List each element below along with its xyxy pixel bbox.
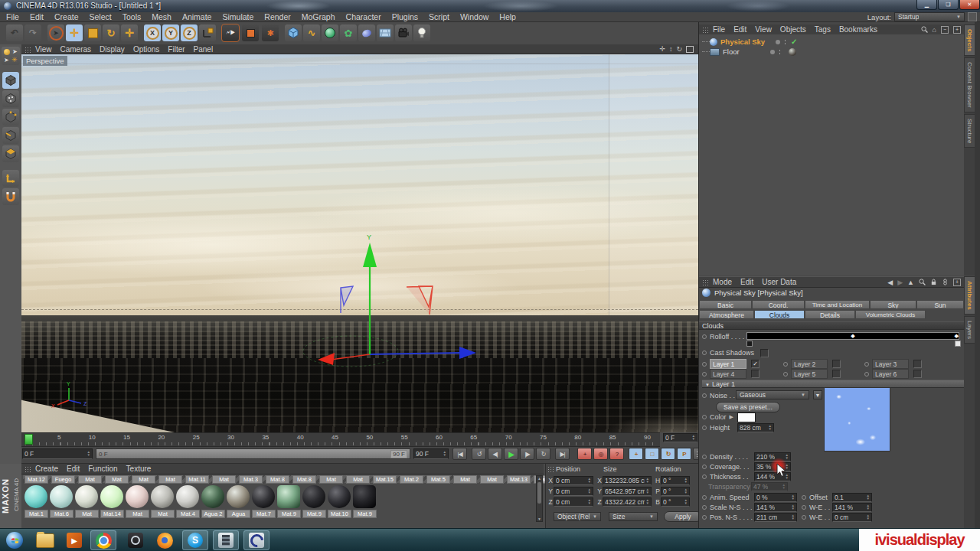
material-preview-sphere[interactable]: [126, 485, 149, 508]
rotation-field[interactable]: 0 °▲▼: [661, 476, 690, 485]
camera-view-label[interactable]: Perspective: [23, 56, 67, 66]
material-label[interactable]: Mat.4: [176, 510, 200, 518]
menu-help[interactable]: Help: [499, 12, 516, 21]
rotate-tool-button[interactable]: ↻: [103, 24, 119, 41]
material-label[interactable]: Mat.1: [24, 510, 48, 518]
coords-mode-dropdown[interactable]: Object (Rel)▼: [554, 512, 601, 521]
clouds-section-header[interactable]: Clouds: [699, 321, 964, 330]
convert-selection-cluster[interactable]: ➤ ➤ ✳: [2, 47, 20, 65]
rotate-view-icon[interactable]: ↻: [676, 45, 682, 53]
keyframe-selection-button[interactable]: ?: [609, 448, 624, 460]
goto-end-button[interactable]: ▶|: [555, 448, 570, 460]
material-label[interactable]: Mat: [126, 510, 149, 518]
y-axis-arrowhead[interactable]: [363, 243, 377, 267]
material-label[interactable]: Mat.10: [328, 510, 351, 518]
density-field[interactable]: 210 %▲▼: [754, 452, 791, 461]
position-field[interactable]: 0 cm▲▼: [554, 476, 593, 485]
material-label[interactable]: Mat.11: [185, 475, 209, 484]
thickness-field[interactable]: 144 %▲▼: [754, 472, 791, 481]
material-label[interactable]: Mat: [480, 475, 504, 484]
menu-window[interactable]: Window: [460, 12, 488, 21]
material-preview-sphere[interactable]: [24, 485, 47, 508]
pos-ns-field[interactable]: 211 cm▲▼: [754, 513, 797, 522]
taskbar-cinema4d[interactable]: [243, 530, 270, 550]
ruler-frame-field[interactable]: 0 F▲▼: [663, 433, 697, 442]
taskbar-steam[interactable]: [122, 530, 149, 550]
anim-dot-icon[interactable]: [702, 495, 707, 500]
material-item[interactable]: Mat.1: [23, 484, 48, 522]
vmenu-view[interactable]: View: [35, 45, 52, 54]
layer-chip[interactable]: Layer 3: [872, 359, 909, 369]
material-label[interactable]: Mat.8: [266, 475, 289, 484]
om-menu-objects[interactable]: Objects: [780, 25, 806, 34]
material-preview-sphere[interactable]: [75, 485, 98, 508]
timeline-ruler[interactable]: 051015202530354045505560657075808590: [21, 432, 660, 447]
add-spline-button[interactable]: ∿: [303, 24, 320, 41]
menu-character[interactable]: Character: [346, 12, 381, 21]
vmenu-filter[interactable]: Filter: [168, 45, 185, 54]
vmenu-panel[interactable]: Panel: [194, 45, 214, 54]
tab-layers[interactable]: Layers: [964, 316, 975, 344]
material-preview-sphere[interactable]: [176, 485, 199, 508]
material-label[interactable]: Mat.9: [302, 510, 326, 518]
undo-button[interactable]: ↶: [6, 24, 23, 41]
taskbar-explorer[interactable]: [32, 530, 58, 550]
layer-checkbox[interactable]: [751, 370, 760, 378]
link-icon[interactable]: [942, 279, 949, 285]
material-label[interactable]: Mat: [158, 475, 182, 484]
key-rotation-button[interactable]: ↻: [661, 448, 675, 460]
scale-ns-field[interactable]: 141 %▲▼: [754, 503, 797, 512]
mat-menu-function[interactable]: Function: [88, 465, 117, 473]
home-icon[interactable]: ⌂: [933, 26, 936, 34]
material-item[interactable]: Mat.4: [175, 484, 200, 522]
material-item[interactable]: Mat.6: [48, 484, 74, 522]
menu-simulate[interactable]: Simulate: [222, 12, 253, 21]
y-axis-lock-button[interactable]: Y: [162, 24, 179, 41]
tab-clouds[interactable]: Clouds: [754, 310, 805, 319]
anim-dot-icon[interactable]: [702, 474, 707, 479]
key-parameter-button[interactable]: P: [677, 448, 691, 460]
material-preview-sphere[interactable]: [328, 485, 351, 508]
offset-field[interactable]: 0.1▲▼: [832, 493, 872, 502]
tab-atmosphere[interactable]: Atmosphere: [699, 310, 754, 319]
add-camera-button[interactable]: [395, 24, 412, 41]
om-menu-edit[interactable]: Edit: [733, 25, 746, 34]
material-label[interactable]: Mat.5: [426, 475, 450, 484]
anim-dot-icon[interactable]: [702, 515, 707, 520]
am-menu-userdata[interactable]: User Data: [762, 278, 796, 286]
material-preview-sphere[interactable]: [201, 485, 224, 508]
material-item[interactable]: Mat.10: [326, 484, 351, 522]
render-dots-icon[interactable]: [779, 49, 781, 55]
search-icon[interactable]: [919, 279, 926, 285]
anim-dot-icon[interactable]: [864, 372, 869, 377]
menu-animate[interactable]: Animate: [182, 12, 212, 21]
scroll-up-icon[interactable]: ▲: [537, 476, 542, 481]
anim-dot-icon[interactable]: [864, 362, 869, 367]
coords-size-dropdown[interactable]: Size▼: [609, 512, 658, 521]
material-tag-icon[interactable]: [789, 48, 796, 56]
scale-tool-button[interactable]: [84, 24, 101, 41]
layer-chip[interactable]: Layer 2: [791, 359, 828, 369]
object-name[interactable]: Floor: [723, 47, 740, 56]
material-item[interactable]: Mat.9: [301, 484, 326, 522]
anim-dot-icon[interactable]: [702, 425, 707, 430]
vmenu-options[interactable]: Options: [133, 45, 159, 54]
layer-chip[interactable]: Layer 6: [872, 369, 909, 379]
tab-attributes[interactable]: Attributes: [964, 276, 975, 315]
material-item[interactable]: Mat.9: [351, 484, 377, 522]
history-back-icon[interactable]: ◀: [887, 279, 893, 286]
render-picture-viewer-button[interactable]: [242, 24, 259, 41]
material-item[interactable]: Agua: [225, 484, 250, 522]
collapse-icon[interactable]: −: [941, 26, 949, 34]
anim-dot-icon[interactable]: [783, 362, 788, 367]
layer-chip[interactable]: Layer 5: [791, 369, 828, 379]
coordinate-system-button[interactable]: [199, 24, 216, 41]
key-scale-button[interactable]: □: [645, 448, 659, 460]
anim-dot-icon[interactable]: [702, 393, 707, 398]
material-preview-sphere[interactable]: [227, 485, 250, 508]
material-label[interactable]: Mat.13: [507, 475, 531, 484]
panel-grip-icon[interactable]: [702, 27, 708, 34]
add-deformer-button[interactable]: [358, 24, 375, 41]
history-forward-icon[interactable]: ▶: [897, 279, 903, 286]
add-primitive-button[interactable]: [285, 24, 302, 41]
